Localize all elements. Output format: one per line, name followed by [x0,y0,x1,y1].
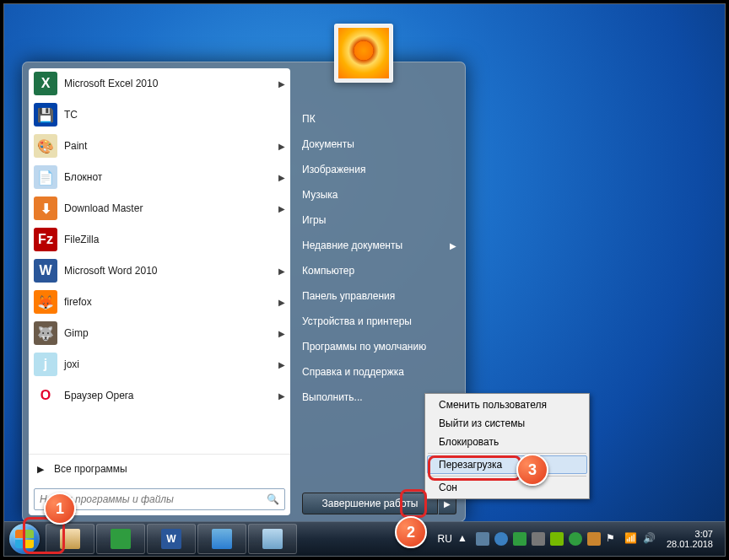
search-icon: 🔍 [267,493,279,505]
program-icon: 💾 [34,103,57,127]
monitor-icon [111,529,131,549]
network-icon[interactable]: 📶 [624,532,638,546]
tray-icon[interactable] [476,532,489,546]
program-icon: O [34,384,57,407]
submenu-item[interactable]: Выйти из системы [427,414,587,433]
annotation-callout-2 [400,489,427,518]
avatar-image [338,28,389,78]
volume-icon[interactable]: 🔊 [643,532,656,546]
app-icon [262,529,283,549]
start-menu-link[interactable]: Справка и поддержка [302,359,456,385]
clock-date: 28.01.2018 [667,539,713,549]
program-label: Microsoft Excel 2010 [64,78,158,89]
chevron-right-icon: ▶ [278,142,285,151]
link-label: Компьютер [302,265,354,277]
annotation-badge-1: 1 [44,493,76,525]
taskbar: W RU ▲ ⚑ 📶 🔊 3:07 28.01.2018 [4,521,725,556]
program-icon: 🐺 [34,321,57,345]
tray-icon[interactable] [587,532,601,546]
start-menu-link[interactable]: Игры [302,207,456,233]
submenu-item[interactable]: Сон [427,478,587,497]
program-item[interactable]: jjoxi▶ [29,349,290,380]
program-icon: j [34,353,57,376]
chevron-right-icon: ▶ [278,329,285,338]
program-item[interactable]: 📄Блокнот▶ [29,162,290,193]
chevron-right-icon: ▶ [278,267,285,276]
program-item[interactable]: 💾TC [29,100,290,131]
start-menu-link[interactable]: Музыка [302,182,456,207]
tray-icon[interactable] [494,532,508,546]
clock-time: 3:07 [667,529,713,539]
chevron-right-icon: ▶ [450,241,456,250]
tray-up-icon[interactable]: ▲ [457,532,471,546]
program-label: Браузер Opera [64,390,134,401]
program-item[interactable]: 🦊firefox▶ [29,287,290,318]
program-label: Microsoft Word 2010 [64,265,158,277]
program-item[interactable]: OБраузер Opera▶ [29,380,290,412]
program-icon: 📄 [34,165,57,189]
program-label: Блокнот [64,171,102,183]
program-item[interactable]: XMicrosoft Excel 2010▶ [29,68,290,100]
program-item[interactable]: ⬇Download Master▶ [29,193,290,224]
annotation-badge-2: 2 [395,516,427,548]
flag-icon[interactable]: ⚑ [606,532,619,546]
start-menu-link[interactable]: ПК [302,106,456,132]
start-menu-link[interactable]: Недавние документы▶ [302,233,456,258]
program-item[interactable]: 🐺Gimp▶ [29,318,290,349]
chevron-right-icon: ▶ [278,173,285,182]
taskbar-item-app[interactable] [248,524,297,554]
program-label: Gimp [64,327,89,339]
program-icon: W [34,259,57,283]
link-label: Музыка [302,189,338,201]
all-programs-label: Все программы [54,463,127,475]
link-label: Справка и поддержка [302,366,404,378]
taskbar-item-monitor[interactable] [96,524,145,554]
program-label: firefox [64,296,92,308]
control-icon [212,529,232,549]
link-label: Игры [302,214,326,226]
start-menu-link[interactable]: Изображения [302,157,456,182]
start-menu-link[interactable]: Устройства и принтеры [302,309,456,334]
link-label: Устройства и принтеры [302,315,412,327]
link-label: Панель управления [302,290,395,302]
start-menu-left-pane: XMicrosoft Excel 2010▶💾TC🎨Paint▶📄Блокнот… [29,68,290,515]
submenu-item[interactable]: Сменить пользователя [427,396,587,414]
all-programs-button[interactable]: ▶ Все программы [29,454,290,483]
program-label: FileZilla [64,234,99,245]
annotation-badge-3: 3 [516,454,548,486]
link-label: Изображения [302,164,365,175]
menu-separator [428,453,586,454]
start-menu-link[interactable]: Документы [302,132,456,157]
taskbar-clock[interactable]: 3:07 28.01.2018 [662,529,718,549]
program-label: Download Master [64,202,143,214]
shutdown-submenu: Сменить пользователяВыйти из системыБлок… [424,393,590,499]
start-menu-link[interactable]: Программы по умолчанию [302,334,456,359]
submenu-item[interactable]: Блокировать [427,433,587,451]
link-label: Недавние документы [302,240,402,251]
chevron-right-icon: ▶ [444,499,451,509]
program-item[interactable]: 🎨Paint▶ [29,131,290,162]
start-menu-link[interactable]: Компьютер [302,258,456,283]
user-avatar[interactable] [334,24,393,83]
start-menu: XMicrosoft Excel 2010▶💾TC🎨Paint▶📄Блокнот… [22,62,466,522]
chevron-right-icon: ▶ [37,464,44,475]
language-indicator[interactable]: RU [438,533,452,545]
program-label: Paint [64,140,87,152]
tray-icon[interactable] [569,532,582,546]
program-item[interactable]: WMicrosoft Word 2010▶ [29,256,290,287]
link-label: Документы [302,138,354,150]
program-icon: ⬇ [34,197,57,220]
chevron-right-icon: ▶ [278,360,285,369]
chevron-right-icon: ▶ [278,391,285,401]
link-label: Программы по умолчанию [302,341,426,353]
tray-icon[interactable] [513,532,526,546]
tray-icon[interactable] [550,532,564,546]
program-item[interactable]: FzFileZilla [29,224,290,256]
annotation-callout-3 [428,455,521,481]
program-icon: X [34,72,57,95]
taskbar-item-control[interactable] [197,524,246,554]
start-menu-link[interactable]: Панель управления [302,283,456,309]
link-label: Выполнить... [302,391,363,403]
taskbar-item-word[interactable]: W [147,524,196,554]
tray-icon[interactable] [532,532,545,546]
